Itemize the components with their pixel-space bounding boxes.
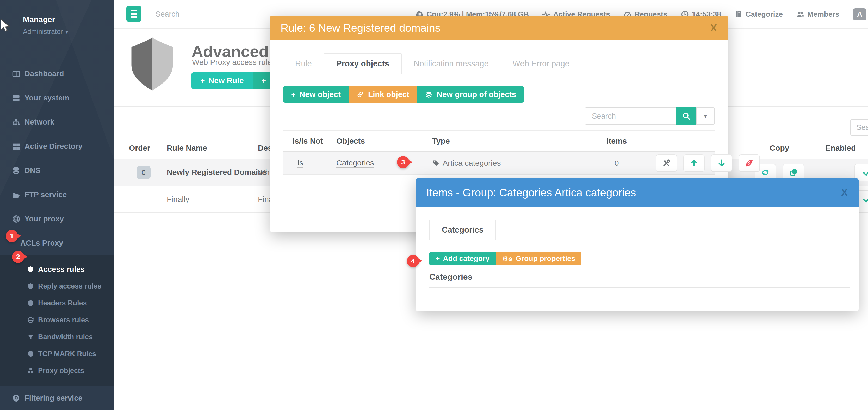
database-icon xyxy=(12,167,20,175)
sidebar-item-filtering-service[interactable]: Filtering service xyxy=(0,386,114,410)
objects-table-header: Is/is Not Objects Type Items xyxy=(283,131,715,152)
sidebar-item-ftp-service[interactable]: FTP service xyxy=(0,183,114,207)
arrow-up-icon xyxy=(689,159,699,168)
arrow-down-icon xyxy=(717,159,726,168)
tools-icon xyxy=(662,159,671,168)
is-not-link[interactable]: Is xyxy=(297,159,303,168)
add-category-button[interactable]: +Add category xyxy=(429,252,496,265)
sidebar-item-dashboard[interactable]: Dashboard xyxy=(0,62,114,86)
sidebar-item-tcp-mark-rules[interactable]: TCP MARK Rules xyxy=(0,345,114,363)
copy-icon xyxy=(789,168,798,177)
objects-search-group: ▾ xyxy=(283,107,715,125)
rules-search-input[interactable] xyxy=(850,119,868,136)
sidebar-item-bandwidth-rules[interactable]: Bandwidth rules xyxy=(0,329,114,345)
move-down-button[interactable] xyxy=(711,154,732,172)
layers-icon xyxy=(425,91,433,98)
new-rule-button[interactable]: +New Rule xyxy=(191,72,253,89)
globe-icon xyxy=(12,215,20,223)
col-is-not: Is/is Not xyxy=(292,137,336,145)
categorize-item[interactable]: Categorize xyxy=(735,10,783,19)
sidebar-item-dns[interactable]: DNS xyxy=(0,159,114,183)
step-marker-4: 4 xyxy=(407,255,419,267)
items-modal-tabs: Categories xyxy=(429,219,845,240)
search-button[interactable] xyxy=(676,107,696,125)
items-modal-title: Items - Group: Categories Artica categor… xyxy=(426,186,636,199)
categories-divider xyxy=(429,287,850,288)
rule-modal-header: Rule: 6 New Registered domains X xyxy=(270,15,728,40)
sidebar-item-your-proxy[interactable]: Your proxy xyxy=(0,207,114,231)
sidebar-nav-bottom: Filtering service Web services xyxy=(0,386,114,410)
plus-icon: + xyxy=(291,90,296,99)
rule-modal-title: Rule: 6 New Registered domains xyxy=(281,22,440,34)
group-properties-button[interactable]: ⚙⚙Group properties xyxy=(496,252,582,265)
step-marker-1: 1 xyxy=(6,230,18,242)
col-objects: Objects xyxy=(336,137,432,145)
order-badge: 0 xyxy=(137,166,151,179)
tab-web-error-page[interactable]: Web Error page xyxy=(501,54,582,74)
new-object-button[interactable]: +New object xyxy=(283,86,348,103)
tab-rule[interactable]: Rule xyxy=(283,54,324,74)
col-type: Type xyxy=(432,137,578,145)
items-modal: Items - Group: Categories Artica categor… xyxy=(416,178,859,311)
shield-virus-icon xyxy=(12,394,20,403)
items-count: 0 xyxy=(578,159,656,168)
sitemap-icon xyxy=(12,118,20,127)
objects-search-input[interactable] xyxy=(585,107,676,125)
search-options-button[interactable]: ▾ xyxy=(696,107,715,125)
shield-icon xyxy=(27,266,34,273)
sidebar-item-active-directory[interactable]: Active Directory xyxy=(0,134,114,159)
caret-down-icon: ▾ xyxy=(704,112,707,119)
folder-open-icon xyxy=(12,191,20,199)
funnel-icon xyxy=(27,334,34,341)
rule-modal-tabs: Rule Proxy objects Notification message … xyxy=(283,53,715,74)
object-row[interactable]: Is Categories Artica categories 0 xyxy=(283,152,715,175)
sidebar: Manager Administrator▾ Dashboard Your sy… xyxy=(0,0,114,410)
tag-icon xyxy=(432,160,439,167)
close-icon[interactable]: X xyxy=(709,22,718,34)
move-up-button[interactable] xyxy=(683,154,705,172)
sidebar-item-network[interactable]: Network xyxy=(0,110,114,134)
members-item[interactable]: Members xyxy=(796,10,839,19)
browser-icon xyxy=(27,317,34,323)
sidebar-item-access-rules[interactable]: Access rules xyxy=(0,261,114,278)
link-icon xyxy=(356,91,364,98)
shield-icon xyxy=(27,350,34,357)
user-name: Manager xyxy=(23,15,114,24)
user-profile[interactable]: Manager Administrator▾ xyxy=(0,0,114,36)
menu-toggle-button[interactable] xyxy=(126,6,142,22)
shield-logo xyxy=(127,36,177,92)
shield-icon xyxy=(27,300,34,307)
sidebar-item-headers-rules[interactable]: Headers Rules xyxy=(0,295,114,312)
columns-icon xyxy=(12,70,20,78)
check-icon xyxy=(863,195,868,204)
step-marker-2: 2 xyxy=(12,251,24,263)
app-badge[interactable]: A xyxy=(853,8,866,20)
close-icon[interactable]: X xyxy=(840,187,849,199)
user-role[interactable]: Administrator▾ xyxy=(23,28,114,36)
plus-icon: + xyxy=(261,76,266,85)
sidebar-item-browsers-rules[interactable]: Browsers rules xyxy=(0,312,114,329)
shield-icon xyxy=(27,283,34,290)
unlink-button[interactable] xyxy=(739,154,760,172)
col-items: Items xyxy=(578,137,656,145)
windows-icon xyxy=(12,142,20,150)
acls-proxy-submenu: Access rules Reply access rules Headers … xyxy=(0,255,114,386)
cubes-icon xyxy=(27,367,34,374)
mouse-cursor xyxy=(0,19,10,33)
edit-tools-button[interactable] xyxy=(656,154,677,172)
object-link[interactable]: Categories xyxy=(336,159,374,168)
items-modal-header: Items - Group: Categories Artica categor… xyxy=(416,178,859,207)
sidebar-item-proxy-objects[interactable]: Proxy objects xyxy=(0,363,114,379)
sidebar-nav: Dashboard Your system Network Active Dir… xyxy=(0,62,114,255)
tab-notification-message[interactable]: Notification message xyxy=(402,54,501,74)
rule-name-link[interactable]: Newly Registered Domains xyxy=(167,168,267,177)
new-group-button[interactable]: New group of objects xyxy=(417,86,524,103)
objects-table: Is/is Not Objects Type Items Is Categori… xyxy=(283,130,715,175)
tab-categories[interactable]: Categories xyxy=(429,219,496,240)
col-enabled: Enabled xyxy=(813,144,868,152)
link-object-button[interactable]: Link object xyxy=(348,86,417,103)
server-icon xyxy=(12,94,20,102)
sidebar-item-your-system[interactable]: Your system xyxy=(0,86,114,110)
sidebar-item-reply-access-rules[interactable]: Reply access rules xyxy=(0,278,114,295)
tab-proxy-objects[interactable]: Proxy objects xyxy=(324,53,402,74)
